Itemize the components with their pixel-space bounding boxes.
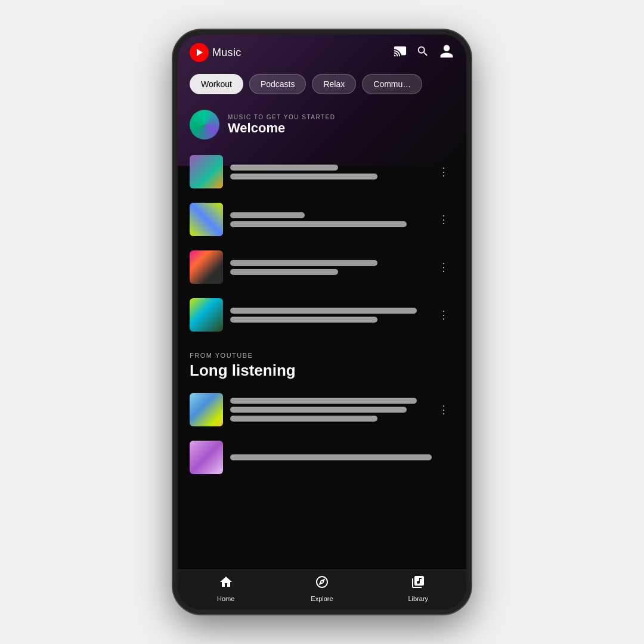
chip-podcasts[interactable]: Podcasts bbox=[249, 74, 306, 94]
track-thumbnail-5 bbox=[190, 393, 223, 426]
search-icon[interactable] bbox=[416, 45, 429, 61]
track-info-3 bbox=[230, 260, 426, 275]
nav-library[interactable]: Library bbox=[370, 575, 466, 602]
youtube-music-icon bbox=[190, 43, 209, 62]
welcome-section-header: MUSIC TO GET YOU STARTED Welcome bbox=[190, 110, 454, 140]
more-options-button[interactable]: ⋮ bbox=[434, 256, 454, 278]
track-title-line bbox=[230, 260, 377, 266]
section-header-text: MUSIC TO GET YOU STARTED Welcome bbox=[228, 114, 335, 136]
track-thumbnail-4 bbox=[190, 298, 223, 332]
track-subtitle-line bbox=[230, 221, 407, 227]
track-thumbnail-6 bbox=[190, 441, 223, 474]
track-title-line bbox=[230, 212, 305, 218]
track-subtitle-line bbox=[230, 269, 338, 275]
section-label: MUSIC TO GET YOU STARTED bbox=[228, 114, 335, 120]
app-header: Music bbox=[178, 35, 466, 68]
nav-home-label: Home bbox=[217, 595, 234, 602]
track-title-line bbox=[230, 308, 417, 314]
main-content: MUSIC TO GET YOU STARTED Welcome bbox=[178, 100, 466, 569]
track-item[interactable]: ⋮ bbox=[190, 244, 454, 290]
track-item[interactable]: ⋮ bbox=[190, 149, 454, 194]
avatar-gradient bbox=[190, 110, 219, 140]
category-chips: Workout Podcasts Relax Commu… bbox=[178, 68, 466, 100]
chip-relax[interactable]: Relax bbox=[312, 74, 356, 94]
nav-explore[interactable]: Explore bbox=[274, 575, 370, 602]
track-thumbnail-3 bbox=[190, 250, 223, 284]
library-icon bbox=[411, 575, 425, 593]
long-listening-section: FROM YOUTUBE Long listening ⋮ bbox=[178, 342, 466, 485]
more-options-button[interactable]: ⋮ bbox=[434, 208, 454, 231]
track-thumbnail-1 bbox=[190, 155, 223, 188]
track-thumbnail-2 bbox=[190, 203, 223, 236]
app-logo: Music bbox=[190, 43, 242, 62]
section-title-2: Long listening bbox=[190, 361, 454, 380]
track-info-1 bbox=[230, 165, 426, 179]
track-item[interactable]: ⋮ bbox=[190, 387, 454, 432]
track-info-6 bbox=[230, 454, 454, 460]
more-options-button[interactable]: ⋮ bbox=[434, 398, 454, 421]
explore-icon bbox=[315, 575, 329, 593]
welcome-section: MUSIC TO GET YOU STARTED Welcome bbox=[178, 100, 466, 342]
track-subtitle-line bbox=[230, 317, 377, 323]
welcome-track-list: ⋮ ⋮ bbox=[190, 149, 454, 338]
more-options-button[interactable]: ⋮ bbox=[434, 160, 454, 183]
track-title-line bbox=[230, 454, 432, 460]
chip-workout[interactable]: Workout bbox=[190, 74, 243, 94]
track-item[interactable]: ⋮ bbox=[190, 292, 454, 338]
header-actions bbox=[394, 44, 454, 62]
long-listening-track-list: ⋮ bbox=[190, 387, 454, 480]
nav-library-label: Library bbox=[408, 595, 429, 602]
app-name: Music bbox=[212, 47, 242, 59]
track-info-4 bbox=[230, 308, 426, 323]
welcome-avatar bbox=[190, 110, 219, 140]
screen: Music bbox=[178, 35, 466, 609]
track-subtitle-line bbox=[230, 407, 407, 413]
track-subtitle-line bbox=[230, 174, 377, 179]
section-title: Welcome bbox=[228, 120, 335, 136]
track-title-line bbox=[230, 398, 417, 404]
track-item[interactable] bbox=[190, 435, 454, 480]
track-title-line bbox=[230, 165, 338, 171]
track-info-2 bbox=[230, 212, 426, 227]
bottom-navigation: Home Explore Library bbox=[178, 569, 466, 609]
track-item[interactable]: ⋮ bbox=[190, 197, 454, 242]
track-info-5 bbox=[230, 398, 426, 422]
nav-home[interactable]: Home bbox=[178, 575, 274, 602]
home-icon bbox=[219, 575, 233, 593]
cast-icon[interactable] bbox=[394, 45, 407, 61]
section-label-2: FROM YOUTUBE bbox=[190, 352, 454, 359]
account-icon[interactable] bbox=[439, 44, 454, 62]
nav-explore-label: Explore bbox=[311, 595, 333, 602]
track-detail-line bbox=[230, 416, 377, 422]
phone-frame: Music bbox=[173, 30, 471, 614]
chip-community[interactable]: Commu… bbox=[362, 74, 422, 94]
more-options-button[interactable]: ⋮ bbox=[434, 304, 454, 326]
